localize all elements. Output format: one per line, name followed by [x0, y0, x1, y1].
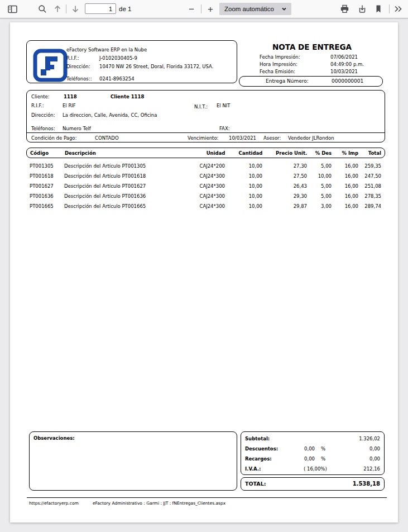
client-label: Cliente: [31, 94, 50, 99]
client-phones-label: Teléfonos: [31, 126, 55, 131]
arrow-down-icon [71, 4, 80, 13]
vat-rate: ( 16,00%) [304, 466, 327, 472]
client-box-divider [27, 132, 385, 133]
table-cell: 10,00 [307, 173, 332, 179]
totals-box: Subtotal: 1.326,02 Descuentos: 0,00 % 0,… [241, 431, 385, 475]
save-download-button[interactable] [355, 2, 369, 16]
table-cell: Descripción del Artículo PT001627 [64, 183, 184, 189]
table-cell: 10,00 [232, 203, 262, 209]
table-cell: CAJ24*200 [184, 163, 232, 169]
table-row: PT001636Descripción del Artículo PT00163… [26, 191, 385, 201]
footer-divider [27, 497, 387, 498]
subtotal-label: Subtotal: [245, 436, 270, 441]
percent-sign: % [321, 446, 325, 452]
delivery-number: 0000000001 [332, 78, 363, 84]
client-phones: Numero Telf [63, 126, 91, 131]
bookmark-icon [375, 4, 382, 13]
delivery-number-box: Entrega Número: 0000000001 [239, 76, 383, 87]
table-row: PT001665Descripción del Artículo PT00166… [26, 201, 385, 211]
client-nit: El NIT [217, 103, 231, 108]
column-header: Cantidad [232, 150, 262, 156]
plus-icon: + [208, 4, 213, 14]
page-number-input[interactable] [85, 3, 116, 14]
payment-terms: CONTADO [95, 135, 119, 141]
payment-terms-label: Condición de Pago: [31, 135, 76, 141]
table-cell: 16,00 [332, 173, 358, 179]
table-cell: PT001636 [30, 193, 64, 199]
observations-label: Observaciones: [33, 435, 75, 441]
table-cell: 251,08 [358, 183, 381, 189]
table-cell: 16,00 [332, 163, 358, 169]
zoom-select-dropdown[interactable]: Zoom automático [219, 3, 291, 15]
table-cell: 16,00 [332, 183, 358, 189]
company-phones-label: Teléfonos:: [66, 76, 92, 82]
table-cell: Descripción del Artículo PT001665 [64, 203, 184, 209]
previous-page-button[interactable] [50, 2, 65, 16]
client-address-label: Dirección: [31, 112, 55, 118]
table-cell: 26,43 [262, 183, 307, 189]
client-code: 1118 [64, 94, 77, 99]
table-cell: CAJ24*300 [184, 193, 232, 199]
download-icon [358, 4, 367, 13]
column-header: % Des [307, 150, 332, 156]
table-cell: Descripción del Artículo PT001305 [64, 163, 184, 169]
chevron-down-icon [281, 6, 287, 12]
column-header: Descripción [65, 150, 185, 156]
efactory-logo-icon [33, 49, 68, 83]
table-cell: 259,35 [358, 163, 381, 169]
print-button[interactable] [337, 2, 352, 16]
items-table-header-box: CódigoDescripciónUnidadCantidadPrecio Un… [26, 148, 385, 158]
toggle-sidebar-button[interactable] [5, 2, 20, 16]
page-count-label: de 1 [119, 0, 131, 18]
client-name: Cliente 1118 [111, 94, 144, 99]
table-cell: 27,30 [262, 163, 307, 169]
zoom-out-button[interactable]: − [184, 2, 199, 16]
client-rif: El RIF [63, 103, 76, 108]
client-address: La direccion, Calle, Avenida, CC, Oficin… [63, 112, 157, 118]
due-date-label: Vencimiento: [188, 135, 218, 141]
company-rif-label: R.I.F.: [66, 55, 79, 61]
table-cell: PT001305 [30, 163, 64, 169]
next-page-button[interactable] [68, 2, 83, 16]
pdf-scroll-area[interactable]: eFactory Software ERP en la Nube R.I.F.:… [0, 18, 408, 532]
due-date: 10/03/2021 [229, 135, 256, 141]
delivery-note-document: eFactory Software ERP en la Nube R.I.F.:… [10, 22, 398, 522]
pdf-page: eFactory Software ERP en la Nube R.I.F.:… [10, 22, 398, 522]
client-nit-label: N.I.T.: [194, 104, 208, 110]
find-button[interactable] [35, 2, 50, 16]
discounts-value: 0,00 [369, 446, 380, 452]
table-cell: 10,00 [232, 193, 262, 199]
company-phones: 0241-8963254 [99, 76, 135, 82]
printer-icon [340, 4, 349, 13]
more-tools-button[interactable] [391, 2, 405, 16]
pdf-toolbar: de 1 − + Zoom automático [0, 0, 408, 18]
table-cell: Descripción del Artículo PT001636 [64, 193, 184, 199]
discounts-pct: 0,00 [286, 446, 315, 452]
print-date: 07/06/2021 [330, 54, 358, 60]
discounts-label: Descuentos: [245, 446, 278, 452]
vat-label: I.V.A.: [245, 466, 261, 472]
print-date-label: Fecha Impresión: [260, 54, 300, 60]
zoom-select-value: Zoom automático [219, 6, 281, 12]
table-cell: PT001627 [30, 183, 64, 189]
double-chevron-right-icon [393, 5, 403, 13]
table-cell: Descripción del Artículo PT001618 [64, 173, 184, 179]
table-header-row: CódigoDescripciónUnidadCantidadPrecio Un… [27, 148, 385, 158]
table-cell: PT001665 [30, 203, 64, 209]
column-header: % Imp [332, 150, 358, 156]
table-cell: 5,00 [307, 183, 332, 189]
toolbar-divider [389, 4, 390, 13]
table-cell: 10,00 [232, 173, 262, 179]
table-cell: 10,00 [232, 163, 262, 169]
table-cell: 289,74 [358, 203, 381, 209]
document-title: NOTA DE ENTREGA [240, 42, 384, 51]
print-time: 04:49:00 p.m. [330, 61, 364, 67]
client-rif-label: R.I.F.: [31, 103, 44, 108]
current-view-bookmark-button[interactable] [371, 2, 386, 16]
observations-box: Observaciones: [29, 431, 237, 491]
table-cell: 29,87 [262, 203, 307, 209]
total-value: 1.538,18 [353, 481, 380, 487]
zoom-in-button[interactable]: + [203, 2, 218, 16]
vat-value: 212,16 [363, 466, 380, 472]
column-header: Precio Unit. [262, 150, 307, 156]
